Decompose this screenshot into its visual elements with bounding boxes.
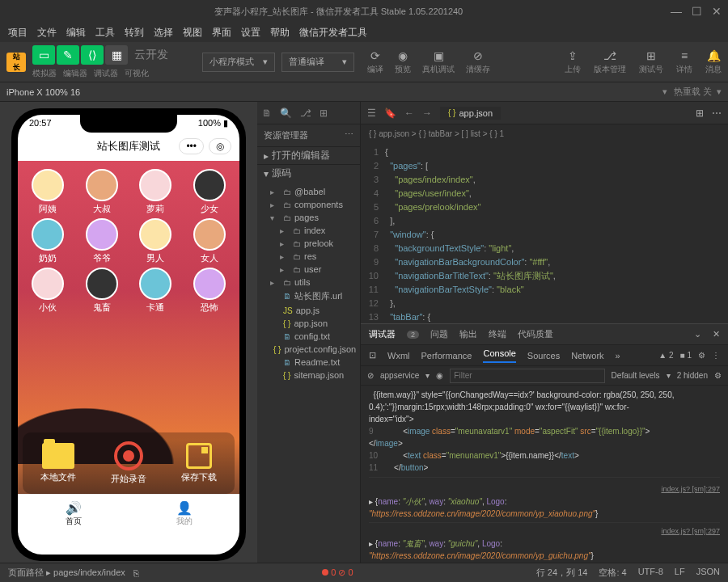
- sources-tab[interactable]: Sources: [527, 351, 560, 361]
- avatar-男人[interactable]: 男人: [130, 218, 181, 264]
- mode-dropdown[interactable]: 小程序模式▾: [202, 53, 275, 72]
- avatar-女人[interactable]: 女人: [184, 218, 235, 264]
- tree-components[interactable]: ▸🗀 components: [257, 198, 360, 211]
- right-消息[interactable]: 🔔消息: [705, 49, 722, 75]
- tab-mine[interactable]: 👤我的: [129, 495, 239, 533]
- action-真机调试[interactable]: ▣真机调试: [422, 49, 455, 75]
- menu-选择[interactable]: 选择: [149, 26, 178, 40]
- editor-tab-appjson[interactable]: { }app.json: [440, 107, 501, 120]
- root-folder[interactable]: ▾ 源码: [257, 165, 360, 182]
- avatar-恐怖[interactable]: 恐怖: [184, 268, 235, 314]
- tree-pages[interactable]: ▾🗀 pages: [257, 211, 360, 224]
- action-编译[interactable]: ⟳编译: [367, 49, 383, 75]
- menu-工具[interactable]: 工具: [91, 26, 120, 40]
- editor-button[interactable]: ✎: [57, 45, 79, 65]
- menu-帮助[interactable]: 帮助: [265, 26, 294, 40]
- close-panel-icon[interactable]: ✕: [713, 329, 720, 340]
- visual-button[interactable]: ▦: [105, 45, 128, 65]
- avatar-阿姨[interactable]: 阿姨: [23, 169, 74, 215]
- avatar-大叔[interactable]: 大叔: [77, 169, 128, 215]
- quality-tab[interactable]: 代码质量: [518, 328, 553, 340]
- console-tab[interactable]: Console: [483, 348, 515, 363]
- tab-home[interactable]: 🔊首页: [18, 495, 129, 533]
- simulator-button[interactable]: ▭: [32, 45, 55, 65]
- console-output[interactable]: {{item.way}}" style="{{onChangedWay==idx…: [361, 386, 728, 582]
- capsule-menu-button[interactable]: •••: [179, 138, 204, 154]
- tree-user[interactable]: ▸🗀 user: [257, 263, 360, 276]
- code-editor[interactable]: 1234567891011121314151617 { "pages": [ "…: [361, 142, 728, 323]
- tree-@babel[interactable]: ▸🗀 @babel: [257, 185, 360, 198]
- tree-sitemap.json[interactable]: { } sitemap.json: [257, 369, 360, 382]
- console-gear-icon[interactable]: ⚙: [714, 371, 722, 380]
- nav-back-icon[interactable]: ←: [404, 108, 414, 119]
- local-file-button[interactable]: 本地文件: [40, 443, 76, 483]
- bookmark-icon[interactable]: 🔖: [384, 108, 396, 119]
- scope-select[interactable]: appservice: [380, 371, 419, 380]
- avatar-小伙[interactable]: 小伙: [23, 268, 74, 314]
- right-上传[interactable]: ⇪上传: [565, 49, 581, 75]
- nav-fwd-icon[interactable]: →: [422, 108, 432, 119]
- output-tab[interactable]: 输出: [459, 328, 477, 340]
- tree-utils[interactable]: ▸🗀 utils: [257, 276, 360, 289]
- avatar-少女[interactable]: 少女: [184, 169, 235, 215]
- split-icon[interactable]: ⊞: [696, 108, 704, 119]
- menu-微信开发者工具[interactable]: 微信开发者工具: [294, 26, 372, 40]
- editor-back-icon[interactable]: ☰: [367, 108, 376, 119]
- compile-dropdown[interactable]: 普通编译▾: [281, 53, 354, 72]
- menu-界面[interactable]: 界面: [207, 26, 236, 40]
- right-版本管理[interactable]: ⎇版本管理: [594, 49, 626, 75]
- page-path[interactable]: 页面路径 ▸ pages/index/index: [8, 567, 125, 579]
- debugger-button[interactable]: ⟨⟩: [81, 45, 104, 65]
- clear-icon[interactable]: ⊘: [367, 371, 374, 380]
- tree-站长图库.url[interactable]: 🗎 站长图库.url: [257, 289, 360, 304]
- search-icon[interactable]: 🔍: [280, 108, 292, 119]
- filter-input[interactable]: [450, 369, 604, 383]
- tree-index[interactable]: ▸🗀 index: [257, 224, 360, 237]
- menu-文件[interactable]: 文件: [32, 26, 61, 40]
- terminal-tab[interactable]: 终端: [489, 328, 506, 340]
- open-editors[interactable]: ▸ 打开的编辑器: [257, 147, 360, 165]
- maximize-icon[interactable]: ☐: [692, 5, 702, 18]
- right-测试号[interactable]: ⊞测试号: [639, 49, 663, 75]
- copy-icon[interactable]: ⎘: [133, 568, 139, 578]
- collapse-icon[interactable]: ⌄: [694, 329, 701, 340]
- problems-tab[interactable]: 问题: [430, 328, 448, 340]
- menu-设置[interactable]: 设置: [236, 26, 265, 40]
- menu-编辑[interactable]: 编辑: [61, 26, 91, 40]
- code-content[interactable]: { "pages": [ "pages/index/index", "pages…: [385, 142, 728, 323]
- save-button[interactable]: 保存下载: [181, 443, 217, 483]
- close-icon[interactable]: ✕: [712, 5, 722, 18]
- menu-转到[interactable]: 转到: [120, 26, 149, 40]
- more-icon[interactable]: ⋯: [712, 108, 722, 119]
- log-entry[interactable]: index.js? [sm]:297▸ {name: "鬼畜", way: "g…: [369, 523, 720, 565]
- minimize-icon[interactable]: —: [671, 5, 682, 18]
- tree-app.json[interactable]: { } app.json: [257, 317, 360, 330]
- avatar-奶奶[interactable]: 奶奶: [23, 218, 74, 264]
- avatar-卡通[interactable]: 卡通: [130, 268, 181, 314]
- capsule-close-button[interactable]: ◎: [209, 138, 231, 154]
- tree-prelook[interactable]: ▸🗀 prelook: [257, 237, 360, 250]
- network-tab[interactable]: Network: [571, 351, 603, 361]
- cloud-button[interactable]: 云开发: [129, 45, 173, 65]
- record-button[interactable]: 开始录音: [111, 441, 146, 485]
- perf-tab[interactable]: Performance: [421, 351, 472, 361]
- log-entry[interactable]: index.js? [sm]:297▸ {name: "小伙", way: "x…: [369, 481, 720, 523]
- ext-icon[interactable]: ⊞: [320, 108, 328, 119]
- tree-app.js[interactable]: JS app.js: [257, 304, 360, 317]
- action-清缓存[interactable]: ⊘清缓存: [466, 49, 490, 75]
- tree-Readme.txt[interactable]: 🗎 Readme.txt: [257, 356, 360, 369]
- avatar-爷爷[interactable]: 爷爷: [77, 218, 128, 264]
- action-预览[interactable]: ◉预览: [395, 49, 411, 75]
- menu-视图[interactable]: 视图: [178, 26, 207, 40]
- tree-project.config.json[interactable]: { } project.config.json: [257, 343, 360, 356]
- right-详情[interactable]: ≡详情: [676, 49, 692, 75]
- branch-icon[interactable]: ⎇: [300, 108, 311, 119]
- explorer-icon[interactable]: 🗎: [262, 108, 272, 119]
- menu-项目[interactable]: 项目: [3, 26, 32, 40]
- inspect-icon[interactable]: ⊡: [369, 350, 376, 361]
- levels-select[interactable]: Default levels: [612, 371, 660, 380]
- breadcrumb[interactable]: { } app.json > { } tabBar > [ ] list > {…: [361, 124, 728, 142]
- wxml-tab[interactable]: Wxml: [387, 351, 410, 361]
- device-select[interactable]: iPhone X 100% 16: [6, 87, 80, 97]
- avatar-萝莉[interactable]: 萝莉: [130, 169, 181, 215]
